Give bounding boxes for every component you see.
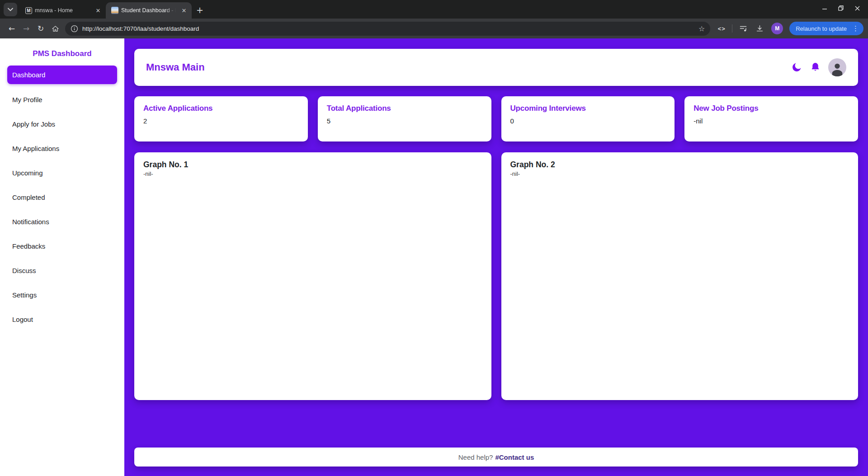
person-icon — [830, 61, 845, 76]
browser-menu-dots-icon[interactable]: ⋮ — [850, 24, 861, 33]
minimize-icon — [822, 5, 827, 11]
browser-profile-avatar[interactable]: M — [771, 23, 783, 34]
sidebar-item-logout[interactable]: Logout — [0, 307, 124, 331]
chevron-down-icon — [8, 8, 13, 11]
window-controls — [818, 0, 863, 16]
download-icon — [756, 25, 764, 33]
tab-student-dashboard[interactable]: Student Dashboard - PMS ✕ — [106, 2, 192, 19]
playlist-icon — [739, 25, 747, 32]
stat-card-new-job-postings: New Job Postings -nil — [684, 96, 858, 141]
tab-close-icon[interactable]: ✕ — [94, 6, 102, 14]
code-icon[interactable]: <> — [715, 25, 728, 32]
relaunch-to-update-button[interactable]: Relaunch to update ⋮ — [789, 22, 863, 35]
graph-empty-value: -nil- — [510, 170, 849, 177]
sidebar-item-feedbacks[interactable]: Feedbacks — [0, 234, 124, 258]
back-button[interactable]: ← — [5, 21, 19, 36]
address-bar[interactable]: http://localhost:7070/laa/student/dashbo… — [65, 22, 710, 36]
stat-card-upcoming-interviews: Upcoming Interviews 0 — [501, 96, 675, 141]
site-thumbnail-favicon-icon — [111, 7, 118, 14]
new-tab-button[interactable]: + — [193, 4, 206, 16]
moon-icon — [791, 61, 802, 73]
graph-card-1: Graph No. 1 -nil- — [134, 152, 491, 400]
toolbar-divider — [732, 24, 732, 33]
footer-help-bar: Need help? #Contact us — [134, 448, 858, 467]
contact-us-link[interactable]: #Contact us — [495, 453, 534, 461]
stat-title: New Job Postings — [693, 104, 849, 113]
media-playlist-button[interactable] — [736, 21, 750, 36]
sidebar-item-settings[interactable]: Settings — [0, 283, 124, 307]
sidebar: PMS Dashboard Dashboard My Profile Apply… — [0, 38, 124, 476]
sidebar-title: PMS Dashboard — [0, 49, 124, 58]
stat-value: -nil — [693, 117, 849, 125]
graph-title: Graph No. 2 — [510, 160, 849, 170]
graph-empty-value: -nil- — [143, 170, 482, 177]
stat-value: 2 — [143, 117, 299, 125]
stat-title: Total Applications — [327, 104, 482, 113]
url-text[interactable]: http://localhost:7070/laa/student/dashbo… — [82, 25, 698, 32]
stat-card-active-applications: Active Applications 2 — [134, 96, 308, 141]
page-title: Mnswa Main — [146, 61, 791, 73]
stat-value: 0 — [510, 117, 666, 125]
site-info-icon[interactable] — [71, 25, 78, 33]
reload-button[interactable]: ↻ — [33, 21, 48, 36]
downloads-button[interactable] — [752, 21, 767, 36]
relaunch-label: Relaunch to update — [796, 25, 847, 32]
sidebar-item-my-applications[interactable]: My Applications — [0, 136, 124, 160]
tab-title: Student Dashboard - PMS — [121, 7, 177, 14]
graph-card-2: Graph No. 2 -nil- — [501, 152, 859, 400]
restore-button[interactable] — [835, 2, 847, 14]
graph-title: Graph No. 1 — [143, 160, 482, 170]
stat-value: 5 — [327, 117, 482, 125]
sidebar-item-upcoming[interactable]: Upcoming — [0, 160, 124, 185]
restore-window-icon — [838, 5, 844, 11]
sidebar-item-my-profile[interactable]: My Profile — [0, 87, 124, 112]
sidebar-item-notifications[interactable]: Notifications — [0, 209, 124, 234]
close-window-icon — [855, 6, 860, 11]
tab-search-button[interactable] — [4, 3, 17, 16]
stat-cards-row: Active Applications 2 Total Applications… — [134, 96, 858, 141]
stat-title: Upcoming Interviews — [510, 104, 666, 113]
m-letter-favicon-icon: M — [25, 7, 32, 14]
graph-cards-row: Graph No. 1 -nil- Graph No. 2 -nil- — [134, 152, 858, 400]
browser-toolbar: ← → ↻ http://localhost:7070/laa/student/… — [0, 19, 868, 38]
browser-tab-strip: M mnswa - Home ✕ Student Dashboard - PMS… — [0, 0, 868, 19]
stat-title: Active Applications — [143, 104, 299, 113]
sidebar-item-completed[interactable]: Completed — [0, 185, 124, 209]
dark-mode-toggle[interactable] — [791, 61, 802, 73]
footer-text: Need help? — [458, 453, 493, 461]
user-avatar[interactable] — [828, 58, 846, 76]
notifications-button[interactable] — [810, 61, 821, 73]
minimize-button[interactable] — [818, 2, 831, 14]
tab-mnswa-home[interactable]: M mnswa - Home ✕ — [20, 2, 106, 19]
home-icon — [52, 25, 59, 33]
sidebar-item-discuss[interactable]: Discuss — [0, 258, 124, 283]
main-content: Mnswa Main — [124, 38, 868, 476]
page-header-card: Mnswa Main — [134, 49, 858, 86]
sidebar-item-dashboard[interactable]: Dashboard — [7, 66, 117, 84]
stat-card-total-applications: Total Applications 5 — [318, 96, 491, 141]
toolbar-right-icons: <> M Relaunch to update ⋮ — [715, 21, 863, 36]
tab-title: mnswa - Home — [35, 7, 91, 14]
close-window-button[interactable] — [851, 2, 863, 14]
home-button[interactable] — [48, 21, 62, 36]
bookmark-star-icon[interactable]: ☆ — [698, 24, 705, 33]
sidebar-nav: My Profile Apply for Jobs My Application… — [0, 87, 124, 331]
bell-icon — [810, 61, 821, 73]
sidebar-item-apply-for-jobs[interactable]: Apply for Jobs — [0, 112, 124, 136]
forward-button[interactable]: → — [19, 21, 33, 36]
tab-close-icon[interactable]: ✕ — [180, 6, 188, 14]
